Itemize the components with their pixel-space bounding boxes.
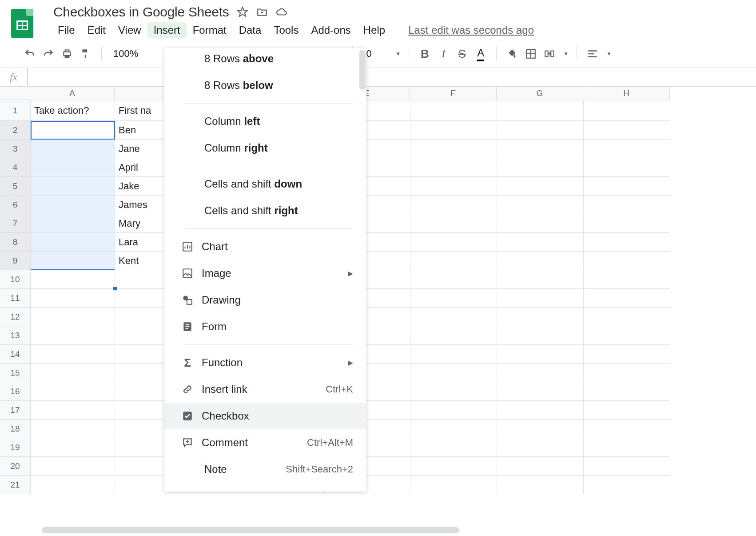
selection-handle[interactable] xyxy=(113,286,117,291)
column-header-f[interactable]: F xyxy=(410,87,497,100)
text-color-icon[interactable]: A xyxy=(473,46,488,61)
menu-drawing[interactable]: Drawing xyxy=(164,287,366,313)
row-header[interactable]: 7 xyxy=(0,214,30,233)
menu-column-left[interactable]: Column left xyxy=(164,108,366,135)
cell[interactable] xyxy=(410,100,497,121)
menu-insert[interactable]: Insert xyxy=(147,22,187,38)
menu-checkbox[interactable]: Checkbox xyxy=(164,403,366,429)
star-icon[interactable] xyxy=(237,6,248,18)
cell[interactable] xyxy=(584,289,670,308)
cell[interactable] xyxy=(584,177,670,196)
menu-edit[interactable]: Edit xyxy=(81,22,112,38)
row-header[interactable]: 16 xyxy=(0,382,30,401)
menu-chart[interactable]: Chart xyxy=(164,233,366,260)
row-header[interactable]: 21 xyxy=(0,476,30,494)
cell[interactable] xyxy=(31,401,115,420)
cell[interactable] xyxy=(497,196,584,214)
cell[interactable] xyxy=(410,420,497,438)
cell[interactable] xyxy=(31,233,115,252)
cell[interactable] xyxy=(410,457,497,476)
menu-comment[interactable]: Comment Ctrl+Alt+M xyxy=(164,429,366,456)
cell[interactable] xyxy=(497,457,584,476)
menu-column-right[interactable]: Column right xyxy=(164,135,366,161)
document-title[interactable]: Checkboxes in Google Sheets xyxy=(53,4,229,20)
cell[interactable] xyxy=(497,308,584,326)
cell[interactable] xyxy=(584,214,670,233)
cell[interactable] xyxy=(31,252,115,270)
cell[interactable] xyxy=(497,270,584,289)
cell[interactable] xyxy=(410,252,497,270)
cell[interactable] xyxy=(497,326,584,345)
cell[interactable] xyxy=(31,457,115,476)
cell[interactable] xyxy=(410,289,497,308)
last-edit-link[interactable]: Last edit was seconds ago xyxy=(408,24,534,36)
cell[interactable] xyxy=(584,382,670,401)
row-header[interactable]: 8 xyxy=(0,233,30,252)
menu-tools[interactable]: Tools xyxy=(267,22,305,38)
horizontal-scrollbar[interactable] xyxy=(42,527,459,533)
cell[interactable] xyxy=(497,420,584,438)
row-header[interactable]: 19 xyxy=(0,438,30,457)
borders-icon[interactable] xyxy=(523,46,538,61)
cell[interactable] xyxy=(410,270,497,289)
cell[interactable] xyxy=(497,364,584,382)
merge-cells-icon[interactable] xyxy=(542,46,557,61)
redo-icon[interactable] xyxy=(41,46,56,61)
cell[interactable] xyxy=(584,233,670,252)
font-size-selector[interactable]: 10▼ xyxy=(361,48,401,60)
row-header[interactable]: 13 xyxy=(0,326,30,345)
cell[interactable] xyxy=(584,345,670,364)
cell[interactable] xyxy=(497,214,584,233)
print-icon[interactable] xyxy=(60,46,75,61)
column-header-h[interactable]: H xyxy=(583,87,670,100)
cell[interactable] xyxy=(410,233,497,252)
menu-file[interactable]: File xyxy=(52,22,81,38)
sheets-logo[interactable] xyxy=(11,9,33,38)
cell[interactable] xyxy=(497,289,584,308)
menu-format[interactable]: Format xyxy=(187,22,233,38)
cell[interactable] xyxy=(410,382,497,401)
bold-icon[interactable]: B xyxy=(417,46,432,61)
column-header-a[interactable]: A xyxy=(30,87,115,100)
menu-image[interactable]: Image ▶ xyxy=(164,260,366,287)
cell[interactable] xyxy=(584,457,670,476)
cell[interactable] xyxy=(410,196,497,214)
menu-function[interactable]: Σ Function ▶ xyxy=(164,349,366,376)
cell[interactable] xyxy=(497,140,584,158)
cell[interactable] xyxy=(584,140,670,158)
cell[interactable] xyxy=(31,364,115,382)
cell[interactable] xyxy=(410,364,497,382)
cell[interactable] xyxy=(497,177,584,196)
row-header[interactable]: 17 xyxy=(0,401,30,420)
row-header[interactable]: 10 xyxy=(0,270,30,289)
paint-format-icon[interactable] xyxy=(78,46,93,61)
fill-color-icon[interactable] xyxy=(505,46,520,61)
cell[interactable] xyxy=(584,196,670,214)
row-header[interactable]: 5 xyxy=(0,177,30,196)
cell[interactable] xyxy=(410,438,497,457)
formula-input[interactable] xyxy=(28,68,756,86)
menu-data[interactable]: Data xyxy=(233,22,268,38)
cell[interactable] xyxy=(31,158,115,177)
cell[interactable] xyxy=(584,476,670,494)
cell[interactable] xyxy=(497,345,584,364)
cell[interactable] xyxy=(31,382,115,401)
cell[interactable] xyxy=(584,158,670,177)
align-icon[interactable] xyxy=(585,46,600,61)
cell[interactable] xyxy=(410,140,497,158)
cell[interactable] xyxy=(410,158,497,177)
chevron-down-icon[interactable]: ▼ xyxy=(563,51,569,57)
menu-note[interactable]: Note Shift+Search+2 xyxy=(164,456,366,483)
row-header[interactable]: 2 xyxy=(0,121,30,140)
row-header[interactable]: 15 xyxy=(0,364,30,382)
row-header[interactable]: 1 xyxy=(0,100,30,121)
cell[interactable] xyxy=(584,438,670,457)
cell[interactable] xyxy=(31,476,115,494)
cell[interactable] xyxy=(410,345,497,364)
chevron-down-icon[interactable]: ▼ xyxy=(606,51,612,57)
italic-icon[interactable]: I xyxy=(436,46,451,61)
cell[interactable] xyxy=(410,121,497,140)
cell[interactable]: Take action? xyxy=(31,100,115,121)
cell[interactable] xyxy=(584,364,670,382)
menu-rows-above[interactable]: 8 Rows above xyxy=(164,50,366,72)
